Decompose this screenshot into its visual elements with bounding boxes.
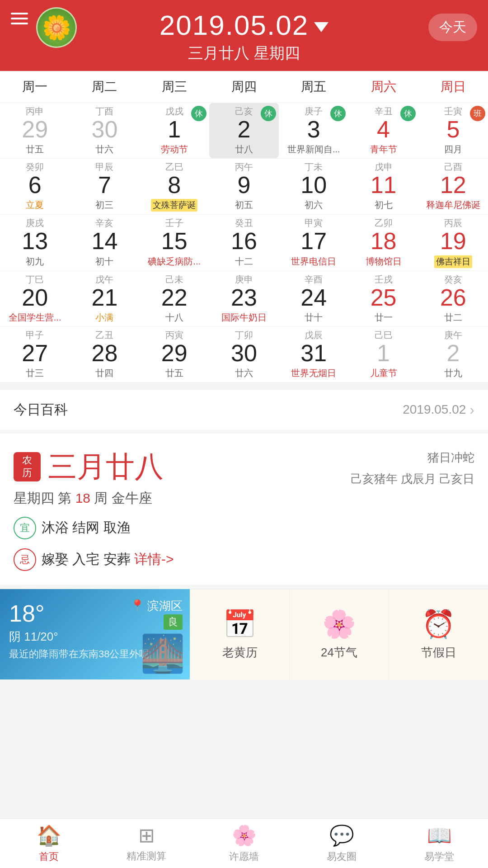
cal-day-may7[interactable]: 甲辰 7 初三 [70,159,139,214]
calendar-grid: 丙申 29 廿五 丁酉 30 廿六 休 戊戌 1 劳动节 休 己亥 2 廿八 休… [0,103,488,382]
cal-day-apr29[interactable]: 丙申 29 廿五 [0,103,70,158]
chevron-right-icon: › [469,401,474,418]
weekday-wed: 周三 [140,71,209,103]
yi-items: 沐浴 结网 取渔 [42,519,131,537]
nav-community[interactable]: 💬 易友圈 [293,819,390,868]
holiday-badge-rest: 休 [400,106,416,121]
today-button[interactable]: 今天 [428,14,477,41]
cal-day-may6[interactable]: 癸卯 6 立夏 [0,159,70,214]
avatar-image [38,9,75,47]
home-icon: 🏠 [37,824,61,847]
bottom-widgets: 📍 滨湖区 良 18° 阴 11/20° 最近的降雨带在东南38公里外呢 🌉 📅… [0,589,488,679]
old-almanac-widget[interactable]: 📅 老黄历 [190,589,289,679]
nongli-date-text: 三月廿八 [48,447,164,486]
solar-terms-widget[interactable]: 🌸 24节气 [289,589,389,679]
avatar[interactable] [36,7,77,48]
nongli-right-line2: 己亥猪年 戊辰月 己亥日 [351,468,474,490]
side-widgets: 📅 老黄历 🌸 24节气 ⏰ 节假日 [190,589,488,679]
cal-day-may4[interactable]: 休 辛丑 4 青年节 [348,103,418,158]
cal-day-may29[interactable]: 丙寅 29 廿五 [140,327,209,382]
cal-day-may22[interactable]: 己未 22 十八 [140,271,209,326]
cal-day-may31[interactable]: 戊辰 31 世界无烟日 [279,327,348,382]
cal-day-may13[interactable]: 庚戌 13 初九 [0,215,70,270]
nav-fortune[interactable]: ⊞ 精准测算 [98,819,195,868]
menu-line [11,18,28,19]
holidays-label: 节假日 [421,645,456,660]
holiday-badge-rest: 休 [261,106,276,121]
cal-day-jun1[interactable]: 己巳 1 儿童节 [348,327,418,382]
cal-day-may12[interactable]: 己酉 12 释迦牟尼佛诞 [418,159,488,214]
weekday-fri: 周五 [279,71,348,103]
weather-widget[interactable]: 📍 滨湖区 良 18° 阴 11/20° 最近的降雨带在东南38公里外呢 🌉 [0,589,190,679]
weekday-tue: 周二 [70,71,139,103]
cal-day-may10[interactable]: 丁未 10 初六 [279,159,348,214]
cal-day-may23[interactable]: 庚申 23 国际牛奶日 [209,271,279,326]
nongli-left: 农 历 三月廿八 星期四 第 18 周 金牛座 [14,447,164,508]
nav-learn-label: 易学堂 [424,850,454,863]
cal-day-may8[interactable]: 乙巳 8 文殊菩萨诞 [140,159,209,214]
nav-learn[interactable]: 📖 易学堂 [390,819,488,868]
baike-date: 2019.05.02 [403,402,466,417]
community-icon: 💬 [329,824,354,847]
nav-wish[interactable]: 🌸 许愿墙 [195,819,293,868]
cal-day-may17[interactable]: 甲寅 17 世界电信日 [279,215,348,270]
baike-section[interactable]: 今日百科 2019.05.02 › [0,390,488,430]
yi-badge: 宜 [14,517,36,539]
weekday-mon: 周一 [0,71,70,103]
cal-day-may24[interactable]: 辛酉 24 廿十 [279,271,348,326]
ji-detail-link[interactable]: 详情-> [134,552,174,566]
ji-items-text: 嫁娶 入宅 安葬 [42,552,131,566]
cal-day-may19[interactable]: 丙辰 19 佛吉祥日 [418,215,488,270]
calendar-row: 丙申 29 廿五 丁酉 30 廿六 休 戊戌 1 劳动节 休 己亥 2 廿八 休… [0,103,488,159]
weekday-header: 周一 周二 周三 周四 周五 周六 周日 [0,71,488,103]
calendar-row: 癸卯 6 立夏 甲辰 7 初三 乙巳 8 文殊菩萨诞 丙午 9 初五 丁未 10… [0,159,488,215]
air-quality-badge: 良 [164,614,183,630]
cal-day-may15[interactable]: 壬子 15 碘缺乏病防... [140,215,209,270]
location-icon: 📍 [130,599,145,613]
date-text: 2019.05.02 [160,9,309,41]
holidays-widget[interactable]: ⏰ 节假日 [389,589,488,679]
menu-button[interactable] [11,13,28,24]
calendar-row: 丁巳 20 全国学生营... 戊午 21 小满 己未 22 十八 庚申 23 国… [0,271,488,327]
cal-day-may26[interactable]: 癸亥 26 廿二 [418,271,488,326]
ji-row: 忌 嫁娶 入宅 安葬 详情-> [14,548,474,571]
cal-day-apr30[interactable]: 丁酉 30 廿六 [70,103,139,158]
cal-day-may21[interactable]: 戊午 21 小满 [70,271,139,326]
cal-day-may20[interactable]: 丁巳 20 全国学生营... [0,271,70,326]
nav-home-label: 首页 [39,850,59,863]
wish-icon: 🌸 [232,824,257,847]
cal-day-may3[interactable]: 休 庚子 3 世界新闻自... [279,103,348,158]
cal-day-may30[interactable]: 丁卯 30 廿六 [209,327,279,382]
location-text: 滨湖区 [147,598,183,614]
cal-day-may16[interactable]: 癸丑 16 十二 [209,215,279,270]
cal-day-may11[interactable]: 戊申 11 初七 [348,159,418,214]
yi-row: 宜 沐浴 结网 取渔 [14,517,474,539]
cal-day-may28[interactable]: 乙丑 28 廿四 [70,327,139,382]
nav-home[interactable]: 🏠 首页 [0,819,98,868]
solar-terms-label: 24节气 [321,645,357,660]
nav-community-label: 易友圈 [327,850,357,863]
nongli-badge: 农 历 [14,452,41,481]
date-dropdown-icon[interactable] [314,22,328,32]
nav-wish-label: 许愿墙 [229,850,259,863]
cal-day-may27[interactable]: 甲子 27 廿三 [0,327,70,382]
cal-day-may5[interactable]: 班 壬寅 5 四月 [418,103,488,158]
nongli-card: 农 历 三月廿八 星期四 第 18 周 金牛座 猪日冲蛇 己亥猪年 戊辰月 己亥… [0,434,488,585]
cal-day-may9[interactable]: 丙午 9 初五 [209,159,279,214]
holiday-badge-rest: 休 [330,106,346,121]
cal-day-may14[interactable]: 辛亥 14 初十 [70,215,139,270]
menu-line [11,13,28,14]
fortune-icon: ⊞ [138,824,155,847]
cal-day-jun2[interactable]: 庚午 2 廿九 [418,327,488,382]
almanac-label: 老黄历 [222,645,258,660]
weather-location: 📍 滨湖区 [130,598,183,614]
cal-day-may2-today[interactable]: 休 己亥 2 廿八 [209,103,279,158]
nongli-right-line1: 猪日冲蛇 [351,447,474,468]
learn-icon: 📖 [427,824,452,847]
cal-day-may1[interactable]: 休 戊戌 1 劳动节 [140,103,209,158]
solar-terms-icon: 🌸 [322,608,356,640]
cal-day-may18[interactable]: 乙卯 18 博物馆日 [348,215,418,270]
holidays-icon: ⏰ [422,608,455,640]
cal-day-may25[interactable]: 壬戌 25 廿一 [348,271,418,326]
almanac-icon: 📅 [223,608,257,640]
